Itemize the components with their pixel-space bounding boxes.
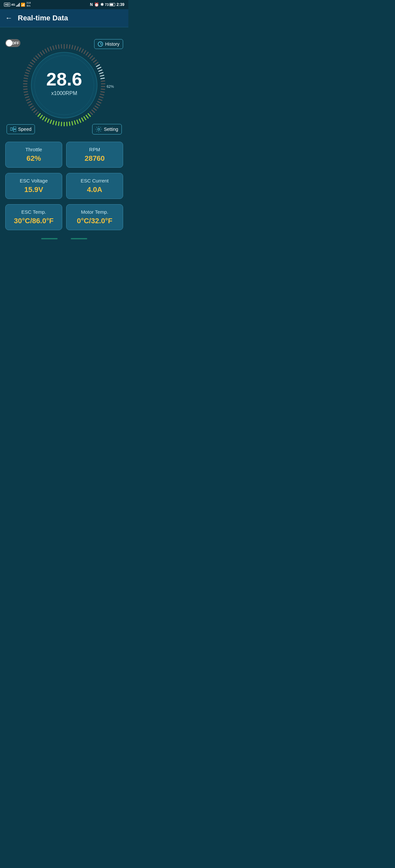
svg-line-58 — [35, 112, 38, 115]
svg-line-30 — [98, 99, 102, 101]
svg-line-108 — [48, 119, 49, 123]
svg-line-12 — [88, 54, 90, 57]
svg-line-71 — [23, 81, 28, 81]
setting-label: Setting — [104, 127, 118, 132]
cards-section: Throttle 62% RPM 28760 ESC Voltage 15.9V… — [5, 142, 123, 230]
svg-line-94 — [84, 116, 86, 120]
svg-line-3 — [67, 44, 67, 48]
gauge-svg: // We'll draw these with CSS/SVG transfo… — [18, 39, 110, 131]
svg-line-8 — [79, 48, 81, 52]
lte-badge: 4G — [11, 3, 15, 6]
svg-line-15 — [93, 60, 96, 62]
svg-line-87 — [50, 47, 51, 51]
svg-line-79 — [32, 60, 35, 62]
speed-icon — [10, 127, 16, 132]
setting-icon — [96, 126, 102, 132]
battery-percent: 73 — [105, 3, 109, 7]
speed-label: Speed — [18, 127, 31, 132]
svg-line-9 — [82, 49, 84, 53]
svg-line-26 — [101, 89, 105, 89]
svg-line-16 — [95, 62, 98, 64]
esc-temp-card: ESC Temp. 30°C/86.0°F — [5, 204, 62, 230]
esc-temp-label: ESC Temp. — [9, 209, 59, 215]
network-speed: 318 B/s — [26, 2, 31, 7]
gauge-container: OFF History // We'll draw these with CSS… — [5, 33, 123, 138]
speed-button[interactable]: Speed — [7, 124, 35, 134]
signal-bar-4 — [19, 3, 20, 7]
svg-line-36 — [90, 112, 93, 115]
battery-icon: 73 — [105, 3, 115, 7]
svg-line-59 — [34, 110, 37, 113]
svg-line-81 — [35, 56, 38, 59]
page-title: Real-time Data — [18, 14, 68, 22]
svg-line-62 — [29, 103, 32, 106]
svg-line-78 — [30, 62, 34, 64]
svg-line-23 — [101, 81, 105, 81]
top-nav: ← Real-time Data — [0, 9, 129, 27]
svg-line-32 — [96, 103, 100, 106]
bottom-bar — [0, 236, 129, 243]
svg-line-28 — [100, 94, 104, 95]
cards-row-2: ESC Voltage 15.9V ESC Current 4.0A — [5, 173, 123, 199]
svg-line-7 — [77, 47, 78, 51]
esc-current-label: ESC Current — [70, 178, 119, 183]
svg-line-6 — [75, 46, 76, 50]
svg-line-10 — [84, 50, 86, 54]
svg-line-68 — [23, 89, 28, 89]
svg-line-118 — [101, 78, 105, 79]
svg-line-113 — [96, 65, 100, 67]
cards-row-3: ESC Temp. 30°C/86.0°F Motor Temp. 0°C/32… — [5, 204, 123, 230]
svg-line-90 — [59, 44, 59, 49]
svg-line-111 — [40, 115, 43, 119]
esc-voltage-label: ESC Voltage — [9, 178, 59, 183]
status-bar: HD 4G 📶 318 B/s N ⏰ ✱ 73 2:39 — [0, 0, 129, 9]
svg-line-95 — [82, 118, 84, 121]
nav-pill-right — [71, 238, 87, 239]
svg-line-61 — [30, 106, 34, 108]
svg-line-73 — [24, 75, 29, 76]
svg-line-109 — [45, 118, 47, 121]
svg-line-13 — [90, 56, 93, 59]
svg-line-82 — [38, 54, 40, 57]
svg-line-107 — [50, 120, 51, 124]
svg-line-80 — [34, 58, 37, 61]
svg-line-4 — [69, 44, 70, 49]
nfc-icon: N — [90, 2, 93, 7]
setting-button[interactable]: Setting — [92, 124, 122, 134]
signal-bar-3 — [18, 4, 19, 7]
esc-voltage-card: ESC Voltage 15.9V — [5, 173, 62, 199]
svg-rect-119 — [10, 128, 12, 130]
svg-line-29 — [100, 97, 103, 98]
esc-current-card: ESC Current 4.0A — [66, 173, 123, 199]
svg-point-0 — [31, 52, 97, 118]
throttle-value: 62% — [9, 154, 59, 163]
back-button[interactable]: ← — [5, 14, 12, 22]
svg-point-122 — [98, 128, 100, 130]
hd-badge: HD — [4, 3, 10, 7]
svg-line-76 — [27, 67, 31, 69]
throttle-card: Throttle 62% — [5, 142, 62, 168]
gauge-buttons: Speed Setting — [5, 124, 123, 134]
esc-current-value: 4.0A — [70, 185, 119, 194]
esc-voltage-value: 15.9V — [9, 185, 59, 194]
svg-line-65 — [25, 97, 29, 98]
svg-line-112 — [38, 114, 40, 117]
svg-line-93 — [86, 115, 88, 119]
rpm-label: RPM — [70, 147, 119, 152]
svg-line-14 — [91, 58, 95, 61]
rpm-card: RPM 28760 — [66, 142, 123, 168]
svg-line-67 — [24, 91, 28, 92]
svg-line-110 — [43, 116, 45, 120]
motor-temp-card: Motor Temp. 0°C/32.0°F — [66, 204, 123, 230]
signal-bar-1 — [16, 6, 17, 7]
cards-row-1: Throttle 62% RPM 28760 — [5, 142, 123, 168]
svg-line-86 — [48, 48, 49, 52]
svg-rect-120 — [13, 127, 16, 129]
signal-bar-2 — [17, 5, 18, 7]
svg-line-64 — [26, 99, 30, 101]
svg-line-85 — [45, 49, 47, 53]
throttle-label: Throttle — [9, 147, 59, 152]
svg-line-27 — [101, 91, 105, 92]
svg-line-89 — [56, 45, 57, 49]
svg-line-33 — [95, 106, 98, 108]
